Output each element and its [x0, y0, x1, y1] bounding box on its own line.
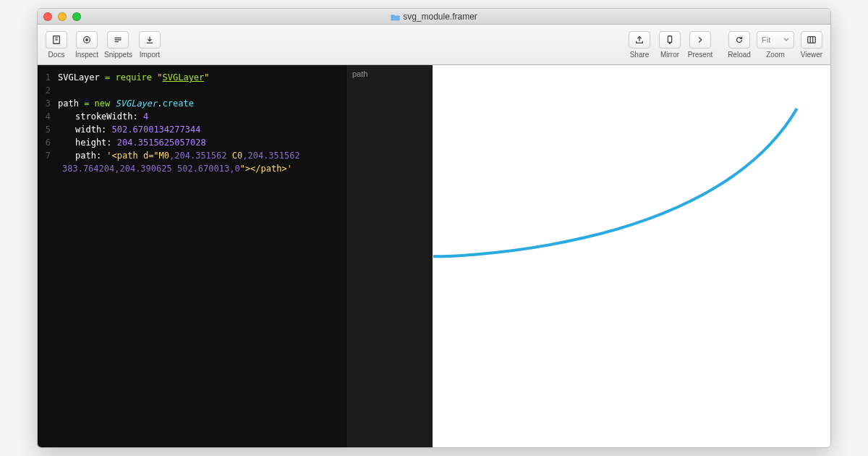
lines-icon: [113, 35, 123, 45]
import-label: Import: [140, 51, 160, 59]
inspect-label: Inspect: [75, 51, 98, 59]
line-number: 1: [38, 71, 58, 84]
preview-canvas[interactable]: [433, 65, 830, 447]
toolbar-share-group: Share Mirror Present: [626, 31, 713, 59]
svg-path-preview: [433, 65, 830, 268]
window-title: svg_module.framer: [38, 12, 830, 22]
titlebar[interactable]: svg_module.framer: [38, 9, 830, 25]
mirror-icon: [665, 35, 675, 45]
layers-panel[interactable]: path: [346, 65, 433, 447]
reload-icon: [734, 35, 744, 45]
line-number: 5: [38, 123, 58, 136]
line-number: [38, 162, 58, 175]
folder-icon: [391, 13, 400, 20]
chevron-down-icon: [783, 37, 789, 43]
snippets-button[interactable]: Snippets: [104, 31, 132, 59]
curve-path: [433, 109, 797, 256]
toolbar: Docs Inspect Snippets Import Share: [38, 25, 830, 65]
line-number: 7: [38, 149, 58, 162]
svg-point-4: [669, 43, 670, 43]
line-number: 2: [38, 84, 58, 97]
docs-button[interactable]: Docs: [43, 31, 69, 59]
present-label: Present: [688, 51, 712, 59]
panels-icon: [807, 35, 817, 45]
line-number: 4: [38, 110, 58, 123]
layer-item-path[interactable]: path: [352, 69, 427, 78]
zoom-select[interactable]: Fit Zoom: [757, 31, 794, 59]
traffic-lights: [43, 12, 81, 21]
toolbar-reload-group: Reload Fit Zoom Viewer: [726, 31, 825, 59]
code-editor[interactable]: 1 SVGLayer = require "SVGLayer" 2 3 path…: [38, 65, 346, 447]
docs-label: Docs: [48, 51, 65, 59]
present-button[interactable]: Present: [687, 31, 713, 59]
download-icon: [145, 35, 155, 45]
mirror-label: Mirror: [660, 51, 679, 59]
close-button[interactable]: [43, 12, 52, 21]
mirror-button[interactable]: Mirror: [657, 31, 683, 59]
chevron-right-icon: [695, 35, 705, 45]
zoom-label: Zoom: [766, 51, 785, 59]
svg-rect-5: [808, 36, 816, 43]
share-icon: [634, 35, 644, 45]
app-window: svg_module.framer Docs Inspect Snippets …: [37, 8, 831, 448]
title-text: svg_module.framer: [403, 12, 477, 22]
line-number: 6: [38, 136, 58, 149]
snippets-label: Snippets: [104, 51, 132, 59]
share-button[interactable]: Share: [626, 31, 652, 59]
inspect-button[interactable]: Inspect: [74, 31, 100, 59]
svg-point-2: [86, 38, 88, 41]
reload-label: Reload: [728, 51, 751, 59]
share-label: Share: [630, 51, 650, 59]
maximize-button[interactable]: [72, 12, 81, 21]
toolbar-left-group: Docs Inspect Snippets Import: [43, 31, 163, 59]
viewer-label: Viewer: [801, 51, 822, 59]
zoom-value: Fit: [762, 35, 770, 44]
import-button[interactable]: Import: [137, 31, 163, 59]
reload-button[interactable]: Reload: [726, 31, 752, 59]
content-area: 1 SVGLayer = require "SVGLayer" 2 3 path…: [38, 65, 830, 447]
book-icon: [51, 35, 61, 45]
viewer-button[interactable]: Viewer: [799, 31, 825, 59]
svg-rect-3: [668, 35, 671, 42]
target-icon: [82, 35, 92, 45]
minimize-button[interactable]: [58, 12, 67, 21]
line-number: 3: [38, 97, 58, 110]
